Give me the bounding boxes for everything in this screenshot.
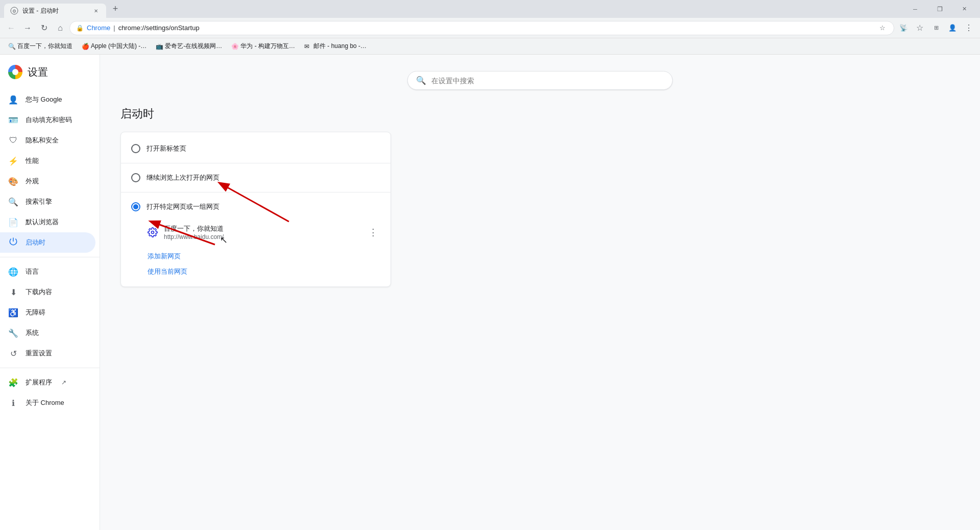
title-bar: ⚙ 设置 - 启动时 ✕ +	[0, 0, 980, 18]
bookmark-mail[interactable]: ✉ 邮件 - huang bo -…	[300, 40, 371, 52]
option-specific-label: 打开特定网页或一组网页	[146, 202, 219, 211]
tab-title: 设置 - 启动时	[22, 7, 88, 15]
sidebar-item-search[interactable]: 🔍 搜索引擎	[0, 191, 95, 212]
sidebar-item-download[interactable]: ⬇ 下载内容	[0, 282, 95, 302]
bookmarks-bar: 🔍 百度一下，你就知道 🍎 Apple (中国大陆) -… 📺 爱奇艺-在线视频…	[0, 38, 980, 55]
bookmark-baidu[interactable]: 🔍 百度一下，你就知道	[4, 40, 77, 52]
profile-button[interactable]: 👤	[945, 21, 960, 35]
badge-icon: 🪪	[8, 115, 18, 125]
tab-search-button[interactable]: ⊞	[929, 21, 943, 35]
close-button[interactable]	[952, 0, 976, 18]
power-icon	[8, 237, 18, 248]
bookmark-apple[interactable]: 🍎 Apple (中国大陆) -…	[78, 40, 151, 52]
use-current-page-link[interactable]: 使用当前网页	[121, 264, 390, 282]
sidebar-item-appearance[interactable]: 🎨 外观	[0, 171, 95, 191]
tab-area: ⚙ 设置 - 启动时 ✕ +	[0, 0, 899, 18]
minimize-button[interactable]	[903, 0, 927, 18]
url-prefix: Chrome	[87, 24, 110, 32]
option-continue[interactable]: 继续浏览上次打开的网页	[121, 165, 390, 190]
sidebar-item-autofill[interactable]: 🪪 自动填充和密码	[0, 110, 95, 130]
restore-button[interactable]	[928, 0, 951, 18]
search-box[interactable]: 🔍	[407, 71, 673, 90]
svg-point-2	[152, 231, 154, 234]
section-title: 启动时	[120, 106, 960, 122]
system-icon: 🔧	[8, 328, 18, 338]
startup-settings-card: 打开新标签页 继续浏览上次打开的网页 打开特定网页或一组网页	[120, 132, 391, 287]
bookmark-button[interactable]: ☆	[913, 21, 927, 35]
huawei-favicon: 🌸	[231, 43, 238, 50]
speed-icon: ⚡	[8, 156, 18, 166]
external-link-icon: ↗	[61, 379, 66, 386]
sidebar-item-system[interactable]: 🔧 系统	[0, 323, 95, 343]
site-url: http://www.baidu.com/	[164, 233, 360, 240]
address-right-icons: ☆	[877, 23, 888, 33]
person-icon: 👤	[8, 95, 18, 105]
search-input[interactable]	[431, 77, 664, 85]
bookmark-huawei[interactable]: 🌸 华为 - 构建万物互…	[227, 40, 299, 52]
home-button[interactable]: ⌂	[53, 21, 67, 35]
chrome-logo-icon	[8, 65, 22, 79]
sidebar-item-startup[interactable]: 启动时	[0, 232, 95, 253]
sidebar-item-extensions[interactable]: 🧩 扩展程序 ↗	[0, 372, 95, 393]
radio-specific[interactable]	[131, 202, 140, 211]
menu-button[interactable]: ⋮	[962, 21, 976, 35]
new-tab-button[interactable]: +	[108, 2, 122, 16]
toolbar: ← → ↻ ⌂ 🔒 Chrome | chrome://settings/onS…	[0, 18, 980, 38]
sidebar-logo: 设置	[0, 61, 100, 89]
add-new-page-link[interactable]: 添加新网页	[121, 246, 390, 264]
bookmark-iqiyi[interactable]: 📺 爱奇艺-在线视频网…	[152, 40, 226, 52]
search-engine-icon: 🔍	[8, 197, 18, 207]
bookmark-star-icon[interactable]: ☆	[877, 23, 888, 33]
content-area: 🔍 启动时 打开新标签页 继续浏览上次打开的网页	[100, 55, 980, 530]
search-icon: 🔍	[416, 76, 426, 85]
sidebar-item-browser[interactable]: 📄 默认浏览器	[0, 212, 95, 232]
sidebar-divider-2	[0, 368, 100, 368]
sidebar-item-accessibility[interactable]: ♿ 无障碍	[0, 302, 95, 323]
radio-continue[interactable]	[131, 173, 140, 182]
baidu-favicon: 🔍	[8, 43, 15, 50]
forward-button[interactable]: →	[20, 21, 35, 35]
shield-icon: 🛡	[8, 136, 18, 145]
tab-close-button[interactable]: ✕	[92, 7, 100, 15]
option-new-tab-label: 打开新标签页	[146, 144, 186, 153]
sidebar-item-reset[interactable]: ↺ 重置设置	[0, 343, 95, 364]
url-text: chrome://settings/onStartup	[118, 24, 874, 32]
settings-content-wrapper: 🔍 启动时 打开新标签页 继续浏览上次打开的网页	[120, 71, 960, 287]
accessibility-icon: ♿	[8, 308, 18, 318]
toolbar-right: 📡 ☆ ⊞ 👤 ⋮	[896, 21, 976, 35]
language-icon: 🌐	[8, 267, 18, 277]
active-tab[interactable]: ⚙ 设置 - 启动时 ✕	[4, 4, 106, 18]
tab-favicon: ⚙	[10, 7, 18, 15]
site-favicon	[148, 227, 158, 237]
close-icon	[962, 6, 967, 12]
mail-favicon: ✉	[304, 43, 311, 50]
sidebar: 设置 👤 您与 Google 🪪 自动填充和密码 🛡 隐私和安全 ⚡ 性能 🎨 …	[0, 55, 100, 530]
sidebar-item-google[interactable]: 👤 您与 Google	[0, 89, 95, 110]
reload-button[interactable]: ↻	[37, 21, 51, 35]
sidebar-title: 设置	[28, 65, 48, 79]
url-separator: |	[113, 24, 115, 32]
option-continue-label: 继续浏览上次打开的网页	[146, 173, 219, 182]
address-bar[interactable]: 🔒 Chrome | chrome://settings/onStartup ☆	[69, 21, 894, 35]
radio-new-tab[interactable]	[131, 144, 140, 153]
site-menu-button[interactable]: ⋮	[366, 225, 380, 239]
startup-site-entry: 百度一下，你就知道 http://www.baidu.com/ ⋮	[121, 219, 390, 246]
reset-icon: ↺	[8, 349, 18, 358]
minimize-icon	[913, 6, 917, 12]
iqiyi-favicon: 📺	[156, 43, 163, 50]
divider-2	[121, 192, 390, 192]
option-new-tab[interactable]: 打开新标签页	[121, 136, 390, 161]
sidebar-item-performance[interactable]: ⚡ 性能	[0, 151, 95, 171]
security-icon: 🔒	[76, 25, 84, 32]
divider-1	[121, 163, 390, 163]
sidebar-item-about[interactable]: ℹ 关于 Chrome	[0, 393, 95, 413]
main-area: 设置 👤 您与 Google 🪪 自动填充和密码 🛡 隐私和安全 ⚡ 性能 🎨 …	[0, 55, 980, 530]
search-container: 🔍	[120, 71, 960, 90]
back-button[interactable]: ←	[4, 21, 18, 35]
sidebar-item-language[interactable]: 🌐 语言	[0, 261, 95, 282]
option-specific[interactable]: 打开特定网页或一组网页	[121, 195, 390, 219]
cast-button[interactable]: 📡	[896, 21, 911, 35]
apple-favicon: 🍎	[82, 43, 89, 50]
sidebar-item-privacy[interactable]: 🛡 隐私和安全	[0, 130, 95, 151]
site-name: 百度一下，你就知道	[164, 224, 360, 233]
